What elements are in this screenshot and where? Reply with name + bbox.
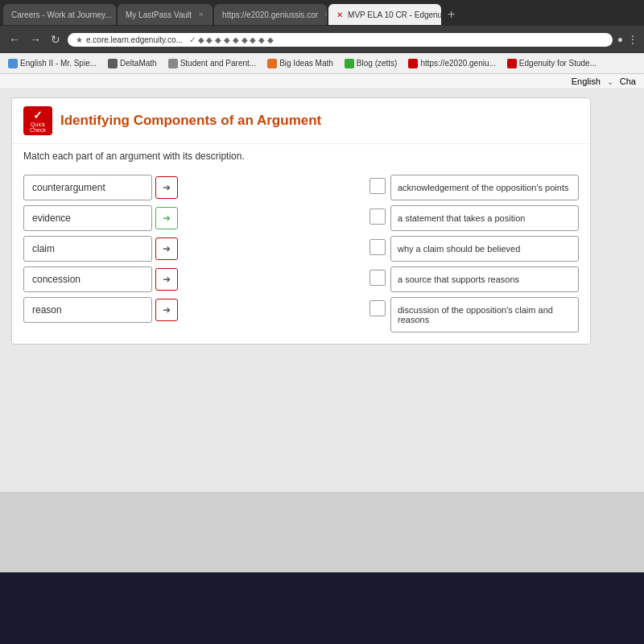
- bookmark-label: Blog (zetts): [357, 59, 398, 68]
- definition-acknowledgement: acknowledgement of the opposition's poin…: [369, 175, 579, 200]
- def-text-5: discussion of the opposition's claim and…: [390, 297, 579, 332]
- top-right-bar: English ⌄ Cha: [0, 74, 644, 89]
- profile-icon: ●: [617, 34, 623, 45]
- main-content: ✓ QuickCheck Identifying Components of a…: [0, 89, 644, 492]
- term-label-reason: reason: [23, 297, 152, 323]
- tab-close-icon[interactable]: ✕: [198, 10, 204, 19]
- bookmark-deltamath[interactable]: DeltaMath: [105, 58, 160, 69]
- term-claim: claim ➜: [23, 236, 200, 262]
- bookmark-label: Edgenuity for Stude...: [519, 59, 597, 68]
- cha-label: Cha: [620, 76, 636, 86]
- def-text-2: a statement that takes a position: [390, 205, 579, 231]
- term-concession: concession ➜: [23, 266, 200, 292]
- arrow-btn-reason[interactable]: ➜: [155, 299, 178, 321]
- tab-edgenuity[interactable]: ✕ MVP ELA 10 CR - Edgenuity ✕: [328, 4, 441, 25]
- def-checkbox-1[interactable]: [369, 178, 386, 194]
- definition-why-claim: why a claim should be believed: [369, 236, 579, 262]
- term-label-counterargument: counterargument: [23, 175, 152, 200]
- arrow-right-icon: ➜: [163, 213, 171, 224]
- bottom-area: [0, 492, 644, 572]
- definition-source: a source that supports reasons: [369, 266, 579, 292]
- tab-lastpass[interactable]: My LastPass Vault ✕: [118, 4, 213, 25]
- new-tab-button[interactable]: +: [443, 7, 460, 22]
- browser-chrome: Careers - Work at Journey... ✕ My LastPa…: [0, 0, 644, 74]
- matching-container: counterargument ➜ evidence ➜: [12, 168, 590, 344]
- terms-column: counterargument ➜ evidence ➜: [23, 175, 200, 323]
- language-chevron-icon[interactable]: ⌄: [607, 77, 613, 86]
- bookmark-icon: [168, 59, 178, 68]
- term-label-claim: claim: [23, 236, 152, 262]
- arrow-btn-counterargument[interactable]: ➜: [155, 176, 178, 199]
- term-label-evidence: evidence: [23, 205, 152, 231]
- term-label-concession: concession: [23, 266, 152, 292]
- definition-discussion: discussion of the opposition's claim and…: [369, 297, 579, 332]
- tab-bar: Careers - Work at Journey... ✕ My LastPa…: [0, 0, 644, 26]
- arrow-right-icon: ➜: [163, 182, 171, 193]
- arrow-btn-evidence[interactable]: ➜: [155, 207, 178, 229]
- tab-label: MVP ELA 10 CR - Edgenuity: [348, 10, 441, 19]
- tab-label: Careers - Work at Journey...: [11, 10, 112, 19]
- bookmark-icon: [8, 59, 18, 68]
- bookmark-e2020[interactable]: https://e2020.geniu...: [405, 58, 498, 69]
- menu-icon[interactable]: ⋮: [628, 34, 638, 45]
- check-mark: ✓: [33, 109, 43, 122]
- tab-label: My LastPass Vault: [126, 10, 192, 19]
- bookmark-english[interactable]: English II - Mr. Spie...: [5, 58, 100, 69]
- arrow-btn-concession[interactable]: ➜: [155, 268, 178, 291]
- term-evidence: evidence ➜: [23, 205, 200, 231]
- def-checkbox-5[interactable]: [369, 300, 386, 316]
- bookmark-student[interactable]: Student and Parent...: [165, 58, 260, 69]
- tab-x-icon: ✕: [336, 10, 343, 19]
- back-button[interactable]: ←: [6, 33, 23, 46]
- tab-close-icon[interactable]: ✕: [324, 10, 327, 19]
- url-text: e.core.learn.edgenuity.co...: [86, 35, 183, 44]
- def-checkbox-3[interactable]: [369, 239, 386, 255]
- bookmark-blog[interactable]: Blog (zetts): [341, 58, 401, 69]
- def-text-4: a source that supports reasons: [390, 266, 579, 292]
- def-text-1: acknowledgement of the opposition's poin…: [390, 175, 579, 200]
- def-text-3: why a claim should be believed: [390, 236, 579, 262]
- bookmark-label: https://e2020.geniu...: [420, 59, 495, 68]
- quick-check-label: QuickCheck: [30, 122, 46, 133]
- bookmark-icon: [507, 59, 517, 68]
- bookmark-label: Student and Parent...: [180, 59, 257, 68]
- bookmark-icon: [108, 59, 118, 68]
- activity-card: ✓ QuickCheck Identifying Components of a…: [11, 97, 591, 345]
- refresh-button[interactable]: ↻: [48, 33, 63, 46]
- language-label: English: [572, 76, 601, 86]
- address-icons: ✓ ◆ ◆ ◆ ◆ ◆ ◆ ◆ ◆ ◆: [189, 35, 274, 44]
- arrow-right-icon: ➜: [163, 243, 171, 254]
- bookmarks-bar: English II - Mr. Spie... DeltaMath Stude…: [0, 53, 644, 74]
- bookmark-icon: [408, 59, 418, 68]
- activity-title: Identifying Components of an Argument: [60, 113, 321, 129]
- arrow-right-icon: ➜: [163, 274, 171, 285]
- definition-statement: a statement that takes a position: [369, 205, 579, 231]
- bookmark-icon: [345, 59, 354, 68]
- def-checkbox-4[interactable]: [369, 270, 386, 286]
- forward-button[interactable]: →: [27, 33, 43, 46]
- bookmark-edgenuity-stude[interactable]: Edgenuity for Stude...: [504, 58, 600, 69]
- def-checkbox-2[interactable]: [369, 208, 386, 225]
- activity-instruction: Match each part of an argument with its …: [12, 144, 590, 168]
- bookmark-label: Big Ideas Math: [279, 59, 333, 68]
- quick-check-icon: ✓ QuickCheck: [23, 106, 52, 135]
- bookmark-icon: [267, 59, 277, 68]
- activity-header: ✓ QuickCheck Identifying Components of a…: [12, 98, 590, 144]
- url-input[interactable]: ★ e.core.learn.edgenuity.co... ✓ ◆ ◆ ◆ ◆…: [68, 33, 613, 47]
- address-bar: ← → ↻ ★ e.core.learn.edgenuity.co... ✓ ◆…: [0, 26, 644, 53]
- term-reason: reason ➜: [23, 297, 200, 323]
- bookmark-label: DeltaMath: [120, 59, 157, 68]
- arrow-btn-claim[interactable]: ➜: [155, 237, 178, 260]
- bookmark-label: English II - Mr. Spie...: [20, 59, 97, 68]
- definitions-column: acknowledgement of the opposition's poin…: [369, 175, 579, 332]
- bookmark-bigideas[interactable]: Big Ideas Math: [264, 58, 336, 69]
- instruction-text: Match each part of an argument with its …: [23, 151, 245, 162]
- tab-geniussis[interactable]: https://e2020.geniussis.cor ✕: [214, 4, 327, 25]
- tab-label: https://e2020.geniussis.cor: [222, 10, 318, 19]
- tab-careers[interactable]: Careers - Work at Journey... ✕: [3, 4, 116, 25]
- term-counterargument: counterargument ➜: [23, 175, 200, 200]
- arrow-right-icon: ➜: [163, 304, 171, 316]
